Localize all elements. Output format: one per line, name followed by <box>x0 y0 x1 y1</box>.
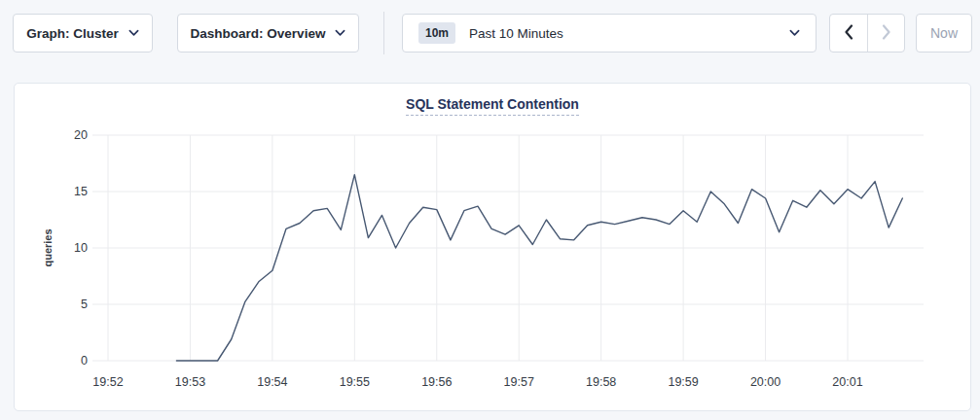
time-forward-button[interactable] <box>867 15 904 52</box>
time-range-picker[interactable]: 10m Past 10 Minutes <box>402 14 817 52</box>
graph-scope-dropdown[interactable]: Graph: Cluster <box>13 14 153 52</box>
dashboard-label: Dashboard: Overview <box>191 26 326 41</box>
dashboard-dropdown[interactable]: Dashboard: Overview <box>177 14 359 52</box>
x-tick-label: 20:00 <box>750 375 780 389</box>
chevron-down-icon <box>128 29 139 37</box>
chevron-left-icon <box>844 24 853 43</box>
y-tick-label: 0 <box>81 354 88 368</box>
controls-bar: Graph: Cluster Dashboard: Overview 10m P… <box>13 14 972 52</box>
series-line <box>176 175 902 361</box>
x-tick-label: 19:57 <box>504 375 534 389</box>
x-tick-label: 19:58 <box>586 375 616 389</box>
chevron-right-icon <box>882 24 891 43</box>
time-range-label: Past 10 Minutes <box>469 26 563 41</box>
x-tick-label: 20:01 <box>832 375 862 389</box>
chevron-down-icon <box>335 29 345 37</box>
chart-card: SQL Statement Contention 0510152019:5219… <box>14 83 971 411</box>
y-tick-label: 20 <box>74 128 88 142</box>
x-tick-label: 19:59 <box>668 375 698 389</box>
y-tick-label: 5 <box>81 298 88 311</box>
sql-contention-chart[interactable]: 0510152019:5219:5319:5419:5519:5619:5719… <box>15 113 970 404</box>
x-tick-label: 19:52 <box>92 375 123 389</box>
now-button[interactable]: Now <box>916 14 972 52</box>
x-tick-label: 19:56 <box>421 375 452 389</box>
x-tick-label: 19:55 <box>340 375 370 389</box>
x-tick-label: 19:53 <box>175 375 205 389</box>
chevron-down-icon <box>789 29 800 37</box>
y-tick-label: 15 <box>74 185 88 198</box>
time-back-button[interactable] <box>830 15 867 52</box>
graph-scope-label: Graph: Cluster <box>26 26 119 41</box>
y-axis-label: queries <box>42 228 54 266</box>
y-tick-label: 10 <box>74 241 88 255</box>
time-nav-group <box>829 14 905 52</box>
x-tick-label: 19:54 <box>257 375 287 389</box>
toolbar-divider <box>383 12 384 54</box>
time-range-badge: 10m <box>418 22 455 44</box>
chart-svg: 0510152019:5219:5319:5419:5519:5619:5719… <box>15 113 970 404</box>
